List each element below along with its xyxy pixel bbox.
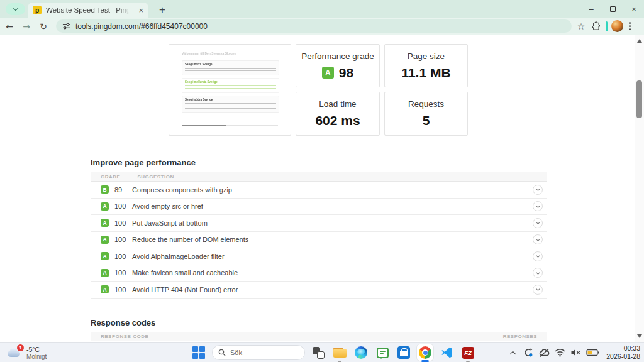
browser-window: p Website Speed Test | Pingdom Tools × +… (0, 0, 644, 342)
grade-badge: B (101, 185, 109, 194)
mini-section-north: Skog i norra Sverige (182, 60, 279, 75)
browser-toolbar: ← → ↻ tools.pingdom.com/#66ffd45407c0000… (0, 18, 644, 35)
notification-badge: 1 (17, 344, 24, 351)
expand-row-button[interactable] (533, 251, 543, 261)
tab-title: Website Speed Test | Pingdom Tools (46, 6, 129, 14)
mini-page-title: Välkommen till Den Svenska Skogen (182, 52, 242, 56)
suggestion-row[interactable]: A 100 Put JavaScript at bottom (91, 215, 547, 232)
update-sync-icon[interactable] (523, 346, 534, 359)
mini-section-middle: Skog i mellersta Sverige (182, 78, 279, 93)
chat-icon (377, 348, 389, 358)
grade-badge: A (101, 269, 109, 277)
metric-performance-grade: Performance grade A98 (296, 44, 380, 87)
taskbar-search-input[interactable]: Sök (212, 345, 305, 360)
maximize-button[interactable] (606, 3, 619, 15)
clock-time: 00:33 (606, 344, 640, 353)
suggestion-row[interactable]: A 100 Avoid HTTP 404 (Not Found) error (91, 282, 547, 299)
expand-row-button[interactable] (533, 268, 543, 278)
grade-badge: A (101, 202, 109, 211)
url-text: tools.pingdom.com/#66ffd45407c00000 (75, 22, 208, 31)
address-bar[interactable]: tools.pingdom.com/#66ffd45407c00000 (56, 19, 572, 33)
search-placeholder: Sök (230, 349, 242, 356)
expand-row-button[interactable] (533, 185, 543, 195)
suggestion-row[interactable]: A 100 Avoid AlphaImageLoader filter (91, 248, 547, 265)
vscode-button[interactable] (438, 344, 455, 361)
close-window-button[interactable]: × (628, 3, 640, 15)
window-controls: – × (585, 0, 640, 18)
expand-row-button[interactable] (533, 201, 543, 211)
tab-strip: p Website Speed Test | Pingdom Tools × +… (0, 0, 644, 18)
hidden-icons-chevron[interactable] (507, 346, 518, 359)
vscode-icon (440, 346, 453, 359)
mini-page: Välkommen till Den Svenska Skogen Skog i… (182, 52, 279, 113)
browser-tab[interactable]: p Website Speed Test | Pingdom Tools × (28, 3, 148, 18)
folder-icon (333, 348, 347, 358)
chevron-down-icon (13, 6, 18, 11)
minimize-button[interactable]: – (585, 3, 597, 15)
pingdom-favicon-icon: p (33, 6, 42, 14)
back-button[interactable]: ← (2, 19, 17, 34)
suggestion-row[interactable]: B 89 Compress components with gzip (91, 182, 547, 199)
suggestion-row[interactable]: A 100 Reduce the number of DOM elements (91, 232, 547, 249)
scroll-down-arrow[interactable] (637, 334, 642, 338)
weather-widget[interactable]: 1 -5°C Molnigt (6, 343, 47, 362)
extensions-puzzle-icon[interactable] (588, 19, 602, 33)
chat-button[interactable] (374, 344, 391, 361)
forward-button[interactable]: → (19, 19, 34, 34)
maximize-icon (610, 6, 616, 12)
wifi-icon[interactable] (554, 346, 565, 359)
scrollbar-thumb[interactable] (636, 80, 642, 118)
tab-search-button[interactable] (6, 3, 25, 15)
chevron-up-icon (509, 351, 516, 357)
file-explorer-button[interactable] (331, 344, 348, 361)
windows-taskbar: 1 -5°C Molnigt Sök (0, 342, 644, 362)
windows-logo-icon (192, 346, 205, 359)
improve-table-header: GRADE SUGGESTION (91, 172, 547, 182)
suggestion-row[interactable]: A 100 Make favicon small and cacheable (91, 265, 547, 282)
vertical-scrollbar[interactable] (635, 35, 644, 342)
page-content: Välkommen till Den Svenska Skogen Skog i… (0, 35, 635, 342)
expand-row-button[interactable] (533, 218, 543, 228)
grade-badge: A (101, 252, 109, 260)
metric-load-time: Load time 602 ms (296, 92, 380, 136)
cloud-slash-icon[interactable] (538, 346, 550, 359)
browser-menu-button[interactable] (623, 22, 636, 30)
profile-avatar[interactable] (611, 20, 623, 32)
task-view-icon (313, 347, 325, 359)
start-button[interactable] (191, 344, 207, 361)
improve-table: B 89 Compress components with gzip A 100… (91, 182, 547, 299)
response-table-header: RESPONSE CODE RESPONSES (91, 332, 547, 341)
filezilla-button[interactable]: FZ (460, 344, 476, 361)
mini-section-south: Skog i södra Sverige (182, 96, 279, 113)
microsoft-store-button[interactable] (396, 344, 412, 361)
suggestion-row[interactable]: A 100 Avoid empty src or href (91, 199, 547, 216)
reload-button[interactable]: ↻ (36, 19, 51, 34)
battery-icon[interactable] (586, 346, 599, 359)
scroll-up-arrow[interactable] (637, 39, 642, 43)
store-bag-icon (397, 346, 410, 359)
response-codes-heading: Response codes (91, 318, 155, 327)
search-icon (218, 349, 226, 356)
tune-icon (62, 22, 70, 30)
weather-condition: Molnigt (26, 353, 47, 360)
weather-temp: -5°C (26, 346, 47, 353)
theme-accent-divider (606, 21, 608, 31)
grade-badge: A (101, 236, 109, 244)
task-view-button[interactable] (310, 344, 326, 361)
volume-muted-icon[interactable] (570, 346, 581, 359)
mini-hscrollbar (182, 125, 278, 126)
website-screenshot-thumbnail[interactable]: Välkommen till Den Svenska Skogen Skog i… (169, 44, 291, 136)
cloud-weather-icon: 1 (6, 347, 23, 358)
improve-heading: Improve page performance (91, 158, 196, 167)
bookmark-star-icon[interactable]: ☆ (574, 19, 588, 33)
grade-badge: A (322, 67, 334, 79)
taskbar-clock[interactable]: 00:33 2026-01-28 (604, 344, 640, 361)
edge-button[interactable] (353, 344, 369, 361)
expand-row-button[interactable] (533, 234, 543, 244)
clock-date: 2026-01-28 (606, 353, 640, 361)
tab-close-icon[interactable]: × (138, 6, 143, 14)
expand-row-button[interactable] (533, 285, 543, 295)
grade-badge: A (101, 285, 109, 293)
chrome-button[interactable] (417, 344, 433, 361)
new-tab-button[interactable]: + (155, 3, 170, 18)
